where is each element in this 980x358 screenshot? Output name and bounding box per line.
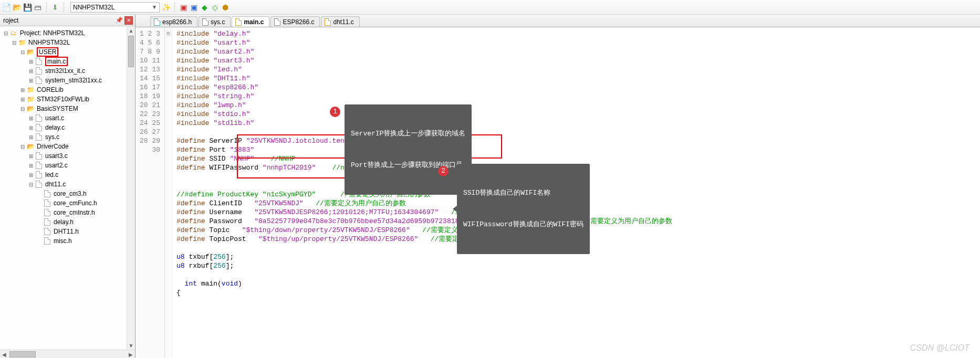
tree-item[interactable]: ⊞led.c — [0, 170, 135, 180]
tree-scrollbar[interactable]: ▲ ▼ — [127, 26, 135, 350]
badge-1: 1 — [330, 107, 340, 117]
tree-item[interactable]: ⊞📁CORELib — [0, 85, 135, 94]
tree-item[interactable]: ⊞stm32l1xx_it.c — [0, 66, 135, 76]
fold-column[interactable]: ⊟ — [165, 27, 172, 358]
tree-item[interactable]: core_cm3.h — [0, 189, 135, 198]
go2-icon[interactable]: ◇ — [211, 3, 219, 12]
load-icon[interactable]: ⬇ — [51, 3, 59, 12]
tree-item[interactable]: ⊞usart2.c — [0, 161, 135, 170]
panel-header: roject 📌 ✕ — [0, 15, 135, 26]
tree-item[interactable]: misc.h — [0, 236, 135, 246]
tree-root[interactable]: ⊟🗂Project: NNHPSTM32L — [0, 28, 135, 38]
line-numbers: 1 2 3 4 5 6 7 8 9 10 11 12 13 14 15 16 1… — [135, 27, 165, 358]
tab-ESP8266-c[interactable]: ESP8266.c — [270, 16, 320, 27]
tree-item[interactable]: core_cmInstr.h — [0, 208, 135, 217]
save-icon[interactable]: 💾 — [23, 3, 32, 12]
tree-mainc[interactable]: ⊞main.c — [0, 57, 135, 66]
open-icon[interactable]: 📂 — [13, 3, 21, 12]
main-toolbar: 📄 📂 💾 🗃 ⬇ NNHPSTM32L ▼ ✨ ▣ ▣ ◆ ◇ ⬢ — [0, 0, 980, 15]
close-icon[interactable]: ✕ — [124, 16, 133, 25]
tree-item[interactable]: delay.h — [0, 217, 135, 227]
scroll-right-icon[interactable]: ▶ — [127, 350, 135, 358]
tab-dht11-c[interactable]: dht11.c — [321, 16, 359, 27]
tab-sys-c[interactable]: sys.c — [199, 16, 231, 27]
editor-area: esp8266.hsys.cmain.cESP8266.cdht11.c 1 2… — [135, 15, 980, 358]
tree-item[interactable]: ⊞sys.c — [0, 132, 135, 142]
tree-item[interactable]: ⊟dht11.c — [0, 180, 135, 189]
tree-item[interactable]: ⊟📂BasicSYSTEM — [0, 104, 135, 113]
tree-item[interactable]: ⊞system_stm32l1xx.c — [0, 76, 135, 85]
pin-icon[interactable]: 📌 — [115, 16, 123, 25]
watermark: CSDN @LCIOT — [910, 343, 969, 353]
scroll-thumb[interactable] — [128, 36, 134, 67]
tree-item[interactable]: DHT11.h — [0, 227, 135, 236]
file-icon — [235, 18, 242, 26]
target-select[interactable]: NNHPSTM32L ▼ — [70, 2, 160, 13]
chevron-down-icon: ▼ — [152, 4, 157, 10]
scroll-left-icon[interactable]: ◀ — [0, 350, 8, 358]
code-editor[interactable]: 1 2 3 4 5 6 7 8 9 10 11 12 13 14 15 16 1… — [135, 27, 980, 358]
tree-user-folder[interactable]: ⊟📂USER — [0, 47, 135, 57]
tree-item[interactable]: ⊟📂DriverCode — [0, 142, 135, 151]
tree-item[interactable]: ⊞delay.c — [0, 123, 135, 132]
badge-2: 2 — [438, 166, 449, 176]
saveall-icon[interactable]: 🗃 — [34, 3, 42, 12]
file-icon — [274, 18, 280, 26]
project-tree[interactable]: ⊟🗂Project: NNHPSTM32L ⊟📁NNHPSTM32L ⊟📂USE… — [0, 26, 135, 350]
download-icon[interactable]: ⬢ — [221, 3, 230, 12]
tab-esp8266-h[interactable]: esp8266.h — [150, 16, 197, 27]
build-icon[interactable]: ▣ — [179, 3, 187, 12]
tree-item[interactable]: ⊞usart3.c — [0, 151, 135, 161]
tree-item[interactable]: core_cmFunc.h — [0, 198, 135, 208]
tab-main-c[interactable]: main.c — [232, 16, 269, 27]
target-name: NNHPSTM32L — [73, 4, 114, 11]
source-text[interactable]: #include "delay.h" #include "usart.h" #i… — [172, 27, 980, 358]
file-icon — [154, 18, 160, 26]
panel-title: roject — [3, 17, 18, 24]
tree-item[interactable]: ⊞usart.c — [0, 113, 135, 123]
scroll-up-icon[interactable]: ▲ — [127, 26, 135, 35]
wand-icon[interactable]: ✨ — [162, 3, 170, 12]
callout-2: 2 SSID替换成自己的WIFI名称 WIFIPassword替换成自己的WIF… — [438, 164, 590, 254]
tree-hscroll[interactable]: ◀ ▶ — [0, 350, 135, 358]
scroll-down-icon[interactable]: ▼ — [127, 341, 135, 350]
file-icon — [202, 18, 208, 26]
file-icon — [325, 18, 331, 26]
go-icon[interactable]: ◆ — [200, 3, 208, 12]
editor-tabs: esp8266.hsys.cmain.cESP8266.cdht11.c — [135, 15, 980, 27]
rebuild-icon[interactable]: ▣ — [190, 3, 198, 12]
tree-target[interactable]: ⊟📁NNHPSTM32L — [0, 38, 135, 47]
hscroll-thumb[interactable] — [9, 351, 36, 357]
new-icon[interactable]: 📄 — [2, 3, 11, 12]
tree-item[interactable]: ⊞📁STM32F10xFWLib — [0, 94, 135, 104]
project-panel: roject 📌 ✕ ⊟🗂Project: NNHPSTM32L ⊟📁NNHPS… — [0, 15, 135, 358]
